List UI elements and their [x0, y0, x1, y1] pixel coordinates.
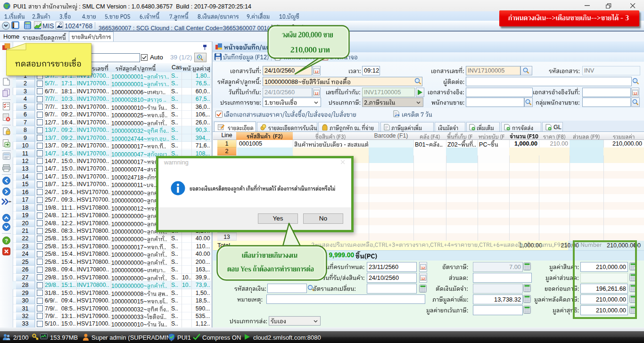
svg-text:?: ? — [5, 238, 8, 244]
svg-text:12: 12 — [633, 91, 637, 95]
